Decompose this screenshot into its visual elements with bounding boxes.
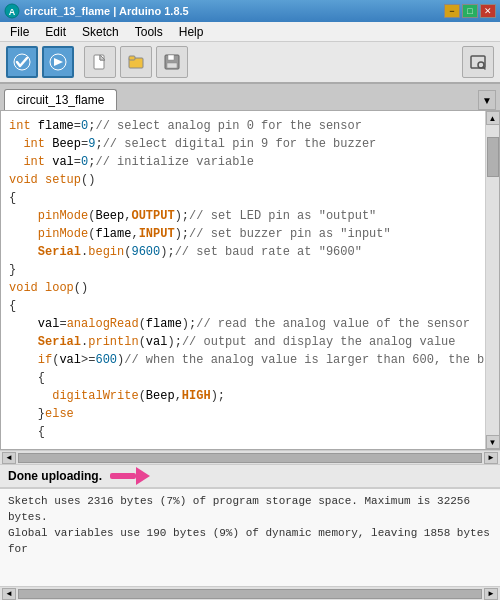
scroll-track-v [486, 125, 499, 435]
upload-icon [49, 53, 67, 71]
app-icon: A [4, 3, 20, 19]
scroll-thumb-h-editor[interactable] [18, 453, 482, 463]
svg-marker-16 [136, 467, 150, 485]
close-button[interactable]: ✕ [480, 4, 496, 18]
scroll-thumb-v[interactable] [487, 137, 499, 177]
upload-button[interactable] [42, 46, 74, 78]
menu-help[interactable]: Help [171, 23, 212, 41]
scroll-thumb-h-bottom[interactable] [18, 589, 482, 599]
new-icon [91, 53, 109, 71]
verify-icon [13, 53, 31, 71]
console-area: Sketch uses 2316 bytes (7%) of program s… [0, 488, 500, 586]
horizontal-scrollbar-editor[interactable]: ◄ ► [0, 450, 500, 464]
serial-monitor-button[interactable] [462, 46, 494, 78]
menu-bar: File Edit Sketch Tools Help [0, 22, 500, 42]
scroll-up-arrow[interactable]: ▲ [486, 111, 500, 125]
menu-sketch[interactable]: Sketch [74, 23, 127, 41]
serial-monitor-icon [469, 53, 487, 71]
status-bar: Done uploading. [0, 464, 500, 488]
tab-circuit-13-flame[interactable]: circuit_13_flame [4, 89, 117, 110]
scroll-right-arrow-bottom[interactable]: ► [484, 588, 498, 600]
open-button[interactable] [120, 46, 152, 78]
verify-button[interactable] [6, 46, 38, 78]
upload-arrow-icon [110, 467, 150, 485]
main-area: int flame=0;// select analog pin 0 for t… [0, 110, 500, 600]
open-icon [127, 53, 145, 71]
svg-text:A: A [9, 7, 16, 17]
save-button[interactable] [156, 46, 188, 78]
menu-file[interactable]: File [2, 23, 37, 41]
tab-bar: circuit_13_flame ▼ [0, 84, 500, 110]
save-icon [163, 53, 181, 71]
title-bar-left: A circuit_13_flame | Arduino 1.8.5 [4, 3, 189, 19]
minimize-button[interactable]: − [444, 4, 460, 18]
code-scroll[interactable]: int flame=0;// select analog pin 0 for t… [1, 111, 485, 449]
scroll-left-arrow-bottom[interactable]: ◄ [2, 588, 16, 600]
editor-area: int flame=0;// select analog pin 0 for t… [0, 110, 500, 450]
toolbar [0, 42, 500, 84]
title-buttons: − □ ✕ [444, 4, 496, 18]
tab-label: circuit_13_flame [17, 93, 104, 107]
new-button[interactable] [84, 46, 116, 78]
svg-rect-10 [168, 55, 174, 60]
maximize-button[interactable]: □ [462, 4, 478, 18]
horizontal-scrollbar-console[interactable]: ◄ ► [0, 586, 500, 600]
code-content[interactable]: int flame=0;// select analog pin 0 for t… [1, 111, 485, 447]
scroll-left-arrow[interactable]: ◄ [2, 452, 16, 464]
scroll-down-arrow[interactable]: ▼ [486, 435, 500, 449]
svg-rect-15 [110, 473, 136, 479]
console-line-1: Sketch uses 2316 bytes (7%) of program s… [8, 495, 470, 523]
scroll-right-arrow[interactable]: ► [484, 452, 498, 464]
menu-tools[interactable]: Tools [127, 23, 171, 41]
title-text: circuit_13_flame | Arduino 1.8.5 [24, 5, 189, 17]
title-bar: A circuit_13_flame | Arduino 1.8.5 − □ ✕ [0, 0, 500, 22]
svg-rect-11 [167, 63, 177, 68]
svg-rect-8 [129, 56, 135, 60]
vertical-scrollbar[interactable]: ▲ ▼ [485, 111, 499, 449]
tab-dropdown-button[interactable]: ▼ [478, 90, 496, 110]
menu-edit[interactable]: Edit [37, 23, 74, 41]
status-text: Done uploading. [8, 469, 102, 483]
console-line-2: Global variables use 190 bytes (9%) of d… [8, 527, 490, 555]
